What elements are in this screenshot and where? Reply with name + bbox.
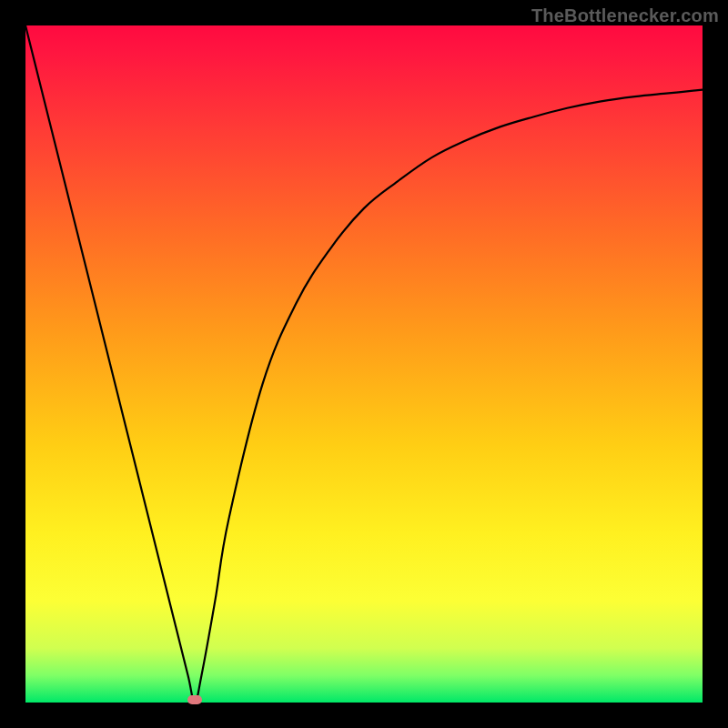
plot-area bbox=[25, 25, 703, 703]
attribution-text: TheBottlenecker.com bbox=[531, 5, 719, 26]
chart-container: TheBottlenecker.com bbox=[0, 0, 728, 728]
curve-path bbox=[25, 25, 703, 703]
optimal-point-marker bbox=[187, 695, 202, 704]
bottleneck-curve bbox=[25, 25, 703, 703]
